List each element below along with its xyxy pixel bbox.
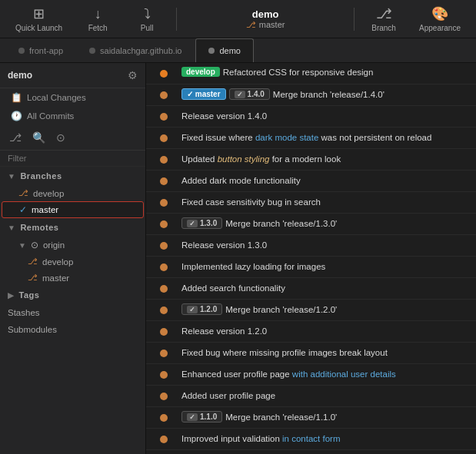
badge-master: ✓ master (181, 88, 226, 100)
appearance-label: Appearance (419, 24, 461, 32)
pull-button[interactable]: ⤵ Pull (124, 3, 170, 35)
git-icon-button[interactable]: ⎇ (6, 130, 25, 145)
remote-origin-develop[interactable]: ⎇ develop (0, 254, 145, 270)
tags-section-header[interactable]: ▶ Tags (0, 286, 145, 304)
fetch-button[interactable]: ↓ Fetch (75, 3, 121, 35)
search-icon-button[interactable]: 🔍 (29, 130, 48, 145)
commit-message: Fixed bug where missing profile images b… (181, 346, 470, 359)
commit-content: Enhanced user profile page with addition… (181, 368, 470, 380)
commit-row[interactable]: Added user profile page (146, 386, 476, 407)
tab-front-app[interactable]: front-app (6, 38, 75, 62)
current-branch: ⎇ master (246, 20, 285, 30)
commit-row[interactable]: Improved input validation in contact for… (146, 429, 476, 450)
commit-row[interactable]: Fixed alignment issue on mobile screens (146, 450, 476, 454)
sidebar-nav-local-changes[interactable]: 📋 Local Changes (0, 88, 145, 107)
commit-row[interactable]: Release version 1.4.0 (146, 106, 476, 128)
remote-origin[interactable]: ▼ ⊙ origin (0, 237, 145, 254)
graph-dot (160, 177, 168, 185)
remote-master-icon: ⎇ (28, 273, 38, 283)
branch-item-master[interactable]: ✓ master (2, 201, 144, 218)
graph-col (152, 260, 175, 271)
sidebar-nav-all-commits[interactable]: 🕐 All Commits (0, 107, 145, 125)
commit-badges: ✓1.3.0 Merge branch 'release/1.3.0' (181, 217, 470, 229)
branches-chevron: ▼ (8, 172, 15, 181)
commit-row[interactable]: Release version 1.2.0 (146, 321, 476, 343)
graph-dot (160, 134, 168, 142)
graph-dot (160, 307, 168, 314)
commit-row[interactable]: ✓1.3.0 Merge branch 'release/1.3.0' (146, 214, 476, 235)
submodules-item[interactable]: Submodules (0, 321, 145, 338)
commit-row[interactable]: ✓1.1.0 Merge branch 'release/1.1.0' (146, 407, 476, 429)
graph-dot (160, 263, 168, 271)
pull-icon: ⤵ (144, 6, 151, 22)
repo-name: demo (252, 8, 279, 20)
commit-content: ✓ master ✓1.4.0 Merge branch 'release/1.… (181, 88, 470, 100)
remotes-section-header[interactable]: ▼ Remotes (0, 218, 145, 237)
merge-message: Merge branch 'release/1.2.0' (225, 305, 337, 314)
appearance-button[interactable]: 🎨 Appearance (410, 2, 470, 35)
graph-col (152, 303, 175, 314)
branch-icon-toolbar: ⎇ (376, 5, 392, 22)
graph-col (152, 432, 175, 443)
tab-demo[interactable]: demo (195, 38, 254, 62)
commit-content: Fixed bug where missing profile images b… (181, 346, 470, 359)
branches-section-header[interactable]: ▼ Branches (0, 167, 145, 185)
graph-dot (160, 350, 168, 357)
sidebar-repo-name: demo (8, 70, 32, 81)
quick-launch-icon: ⊞ (33, 5, 45, 22)
remote-master-label: master (42, 273, 69, 283)
graph-col (152, 217, 175, 228)
commit-row[interactable]: ✓ master ✓1.4.0 Merge branch 'release/1.… (146, 85, 476, 106)
commit-badges: ✓ master ✓1.4.0 Merge branch 'release/1.… (181, 88, 470, 100)
graph-dot (160, 113, 168, 121)
commit-row[interactable]: Implemented lazy loading for images (146, 257, 476, 278)
graph-dot (160, 70, 168, 78)
commit-row[interactable]: Added search functionality (146, 278, 476, 300)
commit-message: Release version 1.3.0 (181, 239, 470, 251)
origin-label: origin (43, 240, 65, 250)
graph-dot (160, 156, 168, 164)
commit-badges: ✓1.1.0 Merge branch 'release/1.1.0' (181, 411, 470, 423)
filter-bar (0, 151, 145, 167)
badge-version-110: ✓1.1.0 (181, 411, 222, 423)
commit-row[interactable]: Release version 1.3.0 (146, 235, 476, 257)
commit-row[interactable]: Fixed case sensitivity bug in search (146, 192, 476, 214)
toolbar: ⊞ Quick Launch ↓ Fetch ⤵ Pull demo ⎇ mas… (0, 0, 476, 38)
branch-button[interactable]: ⎇ Branch (361, 2, 407, 35)
tab-saidalachgar[interactable]: saidalachgar.github.io (77, 38, 194, 62)
commit-row[interactable]: ✓1.2.0 Merge branch 'release/1.2.0' (146, 300, 476, 321)
quick-launch-label: Quick Launch (15, 24, 62, 32)
commit-message: Updated button styling for a modern look (181, 153, 470, 165)
quick-launch-button[interactable]: ⊞ Quick Launch (6, 2, 72, 35)
commit-row[interactable]: Fixed bug where missing profile images b… (146, 343, 476, 364)
commit-row[interactable]: Added dark mode functionality (146, 171, 476, 192)
graph-col (152, 346, 175, 357)
sidebar: demo ⚙ 📋 Local Changes 🕐 All Commits ⎇ 🔍… (0, 63, 146, 454)
local-changes-label: Local Changes (27, 93, 86, 102)
commit-message: Improved input validation in contact for… (181, 432, 470, 445)
commit-row[interactable]: develop Refactored CSS for responsive de… (146, 63, 476, 85)
commit-message: Implemented lazy loading for images (181, 260, 470, 273)
commit-row[interactable]: Enhanced user profile page with addition… (146, 364, 476, 386)
stashes-item[interactable]: Stashes (0, 304, 145, 321)
graph-col (152, 110, 175, 121)
sidebar-gear-button[interactable]: ⚙ (128, 69, 138, 81)
graph-col (152, 196, 175, 207)
commit-content: Improved input validation in contact for… (181, 432, 470, 445)
branch-item-develop[interactable]: ⎇ develop (0, 185, 145, 201)
pull-label: Pull (141, 24, 154, 32)
filter-input[interactable] (8, 154, 138, 163)
badge-develop: develop (181, 67, 220, 77)
commit-content: Implemented lazy loading for images (181, 260, 470, 273)
branch-icon: ⎇ (246, 20, 256, 30)
commit-row[interactable]: Updated button styling for a modern look (146, 149, 476, 171)
local-changes-icon: 📋 (11, 92, 22, 103)
tabs-bar: front-app saidalachgar.github.io demo (0, 38, 476, 63)
graph-dot (160, 328, 168, 336)
all-commits-label: All Commits (27, 111, 74, 121)
github-icon-button[interactable]: ⊙ (53, 130, 68, 145)
origin-icon: ⊙ (31, 240, 38, 250)
commit-row[interactable]: Fixed issue where dark mode state was no… (146, 128, 476, 149)
remote-origin-master[interactable]: ⎇ master (0, 270, 145, 286)
tab-demo-label: demo (219, 46, 241, 55)
